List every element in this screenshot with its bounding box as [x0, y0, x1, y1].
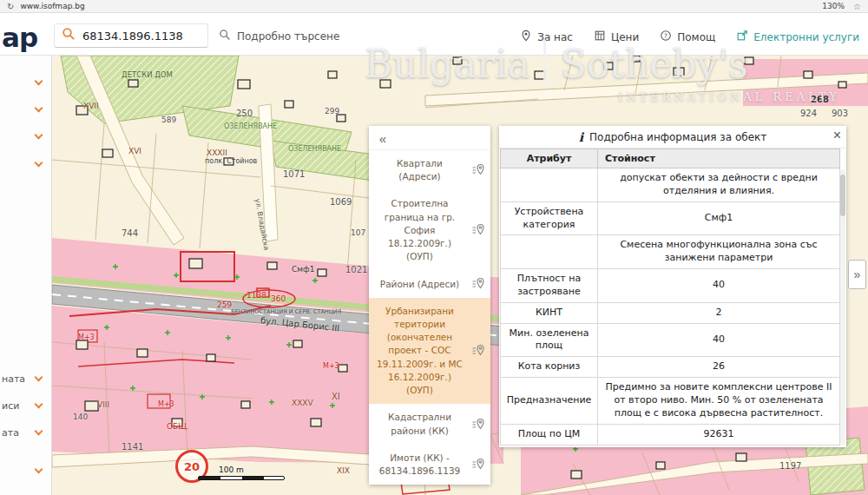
prices-icon	[594, 30, 606, 44]
layer-item-label: Кадастрални райони (КК)	[388, 412, 451, 435]
layer-locate-pin-icon[interactable]	[471, 223, 485, 241]
sidebar-item[interactable]	[0, 156, 52, 174]
sidebar-item[interactable]	[0, 75, 52, 92]
nav-prices[interactable]: Цени	[594, 30, 639, 44]
refresh-icon[interactable]: ↻	[7, 2, 14, 11]
map-label: VIII	[97, 401, 109, 409]
value-cell: допускат обекти за дейности с вредни отд…	[598, 168, 840, 202]
chevron-down-icon	[35, 159, 43, 168]
layer-locate-pin-icon[interactable]	[471, 163, 485, 181]
map-label: БЕНЗИНОСТАНЦИЯ И СЕРВ. СТАНЦИЯ	[231, 309, 341, 315]
chevron-down-icon	[35, 77, 43, 86]
scale-label: 100 m	[219, 465, 285, 474]
layer-locate-pin-icon[interactable]	[471, 277, 485, 294]
bookmark-star-icon[interactable]: ☆	[853, 2, 861, 11]
layer-item-label: Строителна граница на гр. София 18.12.20…	[385, 198, 455, 261]
nav-help[interactable]: ? Помощ	[660, 30, 715, 44]
scale-bar	[198, 476, 285, 480]
search-input[interactable]	[82, 30, 195, 43]
layer-item[interactable]: Строителна граница на гр. София 18.12.20…	[369, 190, 490, 270]
info-panel-title: Подробна информация за обект	[589, 131, 766, 143]
map-label: 250	[236, 109, 253, 118]
value-cell: Смесена многофункционална зона със заниж…	[598, 235, 840, 269]
search-box[interactable]	[54, 23, 208, 48]
value-cell: Предимно за новите комплексни центрове I…	[598, 378, 840, 425]
info-table-row: Мин. озеленена площ40	[501, 323, 840, 357]
sidebar-item[interactable]: ната	[0, 371, 52, 388]
browser-url[interactable]: www.isofmap.bg	[20, 2, 84, 10]
detailed-search-button[interactable]: Подробно търсене	[219, 29, 339, 43]
sidebar-item[interactable]	[0, 463, 52, 480]
nav-e-services[interactable]: Електронни услуги	[736, 30, 859, 44]
external-link-icon	[736, 30, 748, 44]
chevron-down-icon	[35, 373, 43, 382]
layer-item[interactable]: Имоти (КК) - 68134.1896.1139	[369, 445, 490, 485]
info-panel: i Подробна информация за обект × Атрибут…	[499, 126, 846, 447]
map-label: XI	[332, 393, 340, 401]
layer-locate-pin-icon[interactable]	[471, 418, 485, 435]
expand-panel-button[interactable]: »	[848, 260, 866, 289]
layer-item-label: Имоти (КК) - 68134.1896.1139	[379, 452, 461, 476]
layer-item[interactable]: Квартали (Адреси)	[369, 150, 490, 190]
sidebar-item[interactable]	[0, 102, 52, 119]
map-label: ОЗЕЛЕНЯВАНЕ	[288, 146, 341, 153]
map-label: Смф1	[292, 266, 315, 274]
value-cell: 40	[598, 323, 840, 357]
attribute-cell: Мин. озеленена площ	[501, 323, 598, 357]
collapse-layers-button[interactable]: «	[373, 129, 392, 147]
layer-item[interactable]: Райони (Адреси)	[369, 271, 490, 298]
value-cell: Смф1	[598, 201, 840, 235]
site-logo[interactable]: ap	[2, 22, 37, 53]
close-icon[interactable]: ×	[833, 129, 841, 142]
browser-zoom-level[interactable]: 130%	[822, 2, 845, 10]
info-table-row: допускат обекти за дейности с вредни отд…	[501, 168, 840, 202]
layer-item[interactable]: Кадастрални райони (КК)	[369, 404, 490, 444]
isofmap-app: ↻ www.isofmap.bg 130% ☆ ap Подробно търс…	[0, 0, 868, 495]
attribute-cell: Предназначение	[501, 378, 598, 425]
value-cell: 2	[598, 302, 840, 323]
map-label: 1141	[122, 443, 143, 452]
sidebar-item-label: ата	[2, 427, 19, 439]
search-icon	[62, 27, 76, 44]
layer-item[interactable]: Урбанизирани територии (окончателен прое…	[369, 298, 490, 405]
info-table-row: Площ по ЦМ92631	[501, 424, 840, 445]
help-icon: ?	[660, 30, 672, 44]
layer-item-label: Урбанизирани територии (окончателен прое…	[377, 306, 463, 395]
map-label: 1071	[283, 170, 305, 179]
map-label: ДЕТСКИ ДОМ	[122, 71, 173, 79]
chevron-down-icon	[35, 131, 43, 140]
value-cell: 40	[598, 269, 840, 303]
info-scrollbar-thumb[interactable]	[840, 175, 845, 216]
map-label: 1021	[345, 266, 367, 274]
info-table: Атрибут Стойност допускат обекти за дейн…	[500, 148, 840, 446]
map-label: М+3	[158, 401, 174, 408]
layer-locate-pin-icon[interactable]	[471, 344, 485, 361]
attribute-cell: Устройствена категория	[501, 201, 598, 235]
nav-about-us[interactable]: За нас	[520, 30, 573, 44]
chevron-down-icon	[35, 104, 43, 113]
map-label: 1197	[779, 462, 801, 471]
info-table-row: КИНТ2	[501, 302, 840, 323]
info-table-row: ПредназначениеПредимно за новите комплек…	[501, 378, 840, 425]
map-label: 259	[217, 301, 232, 309]
map-label: М+3	[323, 363, 339, 370]
sidebar-item-label: иси	[2, 400, 19, 412]
map-label: ОЗЕЛЕНЯВАНЕ	[224, 123, 277, 130]
map-label: XVII	[83, 102, 99, 110]
header-nav: За нас Цени ? Помощ Електронни услуги	[520, 30, 859, 44]
info-scrollbar[interactable]	[840, 169, 845, 446]
attribute-cell: Плътност на застрояване	[501, 269, 598, 303]
map-label: 268	[811, 96, 829, 104]
info-panel-header: i Подробна информация за обект ×	[499, 126, 846, 148]
layers-panel: « Квартали (Адреси)Строителна граница на…	[369, 126, 490, 485]
layer-locate-pin-icon[interactable]	[471, 458, 485, 475]
nav-label: Цени	[611, 31, 639, 43]
sidebar-item[interactable]	[0, 129, 52, 146]
svg-text:?: ?	[664, 32, 667, 40]
info-table-header-row: Атрибут Стойност	[501, 149, 840, 168]
sidebar-item[interactable]: иси	[0, 398, 52, 415]
value-cell: 92631	[598, 424, 840, 445]
info-table-col-attribute: Атрибут	[501, 149, 598, 168]
map-label: 903	[832, 109, 848, 118]
sidebar-item[interactable]: ата	[0, 425, 52, 442]
